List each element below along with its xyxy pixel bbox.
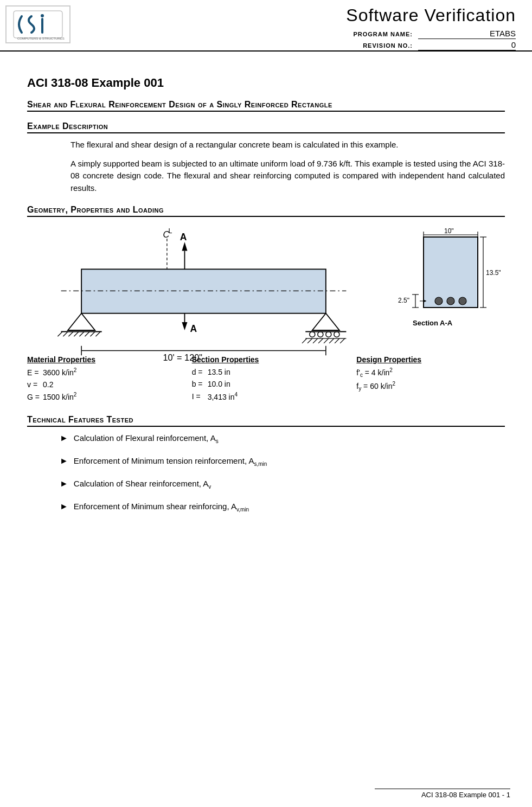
- footer-text: ACI 318-08 Example 001 - 1: [421, 791, 510, 799]
- beam-svg: C L A: [27, 225, 380, 368]
- program-name-value: ETABS: [418, 29, 516, 39]
- svg-point-59: [435, 297, 443, 305]
- bullet-arrow-2: ►: [60, 478, 68, 490]
- svg-rect-0: [14, 11, 62, 38]
- mat-var-2: G =: [27, 391, 41, 403]
- diagrams-row: C L A: [27, 225, 505, 344]
- mat-prop-row-0: E = 3600 k/in2: [27, 366, 176, 379]
- svg-line-15: [63, 332, 68, 337]
- main-title: Software Verification: [70, 5, 516, 25]
- logo: COMPUTERS & STRUCTURES INC.: [5, 5, 70, 43]
- section3-heading: Geometry, Properties and Loading: [27, 205, 505, 217]
- desc2: A simply supported beam is subjected to …: [70, 158, 505, 195]
- svg-line-30: [307, 338, 312, 343]
- footer: ACI 318-08 Example 001 - 1: [375, 789, 510, 799]
- svg-point-26: [326, 332, 331, 337]
- bullet-item-2: ► Calculation of Shear reinforcement, Av: [60, 478, 505, 491]
- program-info: PROGRAM NAME: ETABS REVISION NO.: 0: [70, 29, 516, 50]
- bullet-item-1: ► Enforcement of Minimum tension reinfor…: [60, 455, 505, 468]
- svg-line-19: [85, 332, 89, 337]
- mat-prop-row-2: G = 1500 k/in2: [27, 390, 176, 403]
- sec-val-1: 10.0 in: [208, 378, 230, 390]
- svg-text:A: A: [190, 323, 197, 334]
- sec-var-1: b =: [192, 378, 206, 390]
- svg-marker-12: [68, 313, 95, 330]
- svg-line-14: [57, 332, 62, 337]
- bullet-item-0: ► Calculation of Flexural reinforcement,…: [60, 432, 505, 445]
- doc-title: ACI 318-08 Example 001: [27, 76, 505, 90]
- section1-heading: Shear and Flexural Reinforcement Design …: [27, 100, 505, 112]
- des-val-1: fy = 60 k/in2: [356, 380, 395, 393]
- svg-rect-10: [81, 269, 326, 313]
- svg-text:10": 10": [444, 227, 454, 235]
- revision-label: REVISION NO.:: [342, 42, 413, 49]
- svg-text:COMPUTERS & STRUCTURES INC.: COMPUTERS & STRUCTURES INC.: [17, 37, 65, 40]
- bullet-text-3: Enforcement of Minimum shear reinforcing…: [74, 501, 249, 514]
- sec-var-0: d =: [192, 366, 206, 378]
- revision-value: 0: [418, 40, 516, 50]
- program-name-label: PROGRAM NAME:: [342, 31, 413, 37]
- sec-prop-row-1: b = 10.0 in: [192, 378, 341, 390]
- svg-line-35: [335, 338, 339, 343]
- svg-line-29: [302, 338, 307, 343]
- section2-heading: Example Description: [27, 121, 505, 133]
- svg-text:A: A: [180, 232, 187, 242]
- svg-marker-8: [182, 242, 187, 251]
- svg-point-24: [310, 332, 315, 337]
- svg-text:10' = 120": 10' = 120": [163, 353, 202, 362]
- mat-val-2: 1500 k/in2: [43, 390, 76, 403]
- section4-heading: Technical Features Tested: [27, 415, 505, 427]
- svg-point-27: [334, 332, 339, 337]
- svg-marker-22: [312, 313, 339, 330]
- des-prop-row-1: fy = 60 k/in2: [356, 380, 505, 393]
- bullet-list: ► Calculation of Flexural reinforcement,…: [60, 432, 505, 514]
- header: COMPUTERS & STRUCTURES INC. Software Ver…: [0, 0, 532, 52]
- mat-prop-row-1: v = 0.2: [27, 379, 176, 390]
- svg-line-31: [313, 338, 318, 343]
- program-name-row: PROGRAM NAME: ETABS: [342, 29, 516, 39]
- des-val-0: f'c = 4 k/in2: [356, 366, 393, 380]
- beam-diagram: C L A: [27, 225, 380, 344]
- bullet-text-1: Enforcement of Minimum tension reinforce…: [74, 455, 267, 468]
- mat-val-0: 3600 k/in2: [43, 366, 76, 379]
- des-prop-row-0: f'c = 4 k/in2: [356, 366, 505, 380]
- svg-point-60: [447, 297, 454, 305]
- sec-var-2: I =: [192, 390, 206, 402]
- svg-point-1: [41, 14, 44, 17]
- sec-val-0: 13.5 in: [208, 366, 230, 378]
- content: ACI 318-08 Example 001 Shear and Flexura…: [0, 54, 532, 534]
- bullet-text-0: Calculation of Flexural reinforcement, A…: [74, 432, 219, 445]
- title-area: Software Verification PROGRAM NAME: ETAB…: [70, 5, 521, 50]
- svg-text:L: L: [168, 227, 172, 235]
- svg-line-17: [74, 332, 79, 337]
- svg-text:Section A-A: Section A-A: [413, 319, 453, 327]
- sec-prop-row-2: I = 3,413 in4: [192, 390, 341, 403]
- bullet-arrow-0: ►: [60, 432, 68, 444]
- bullet-arrow-3: ►: [60, 501, 68, 513]
- section-diagram: 10" 13.5" 2.5": [396, 225, 505, 344]
- svg-line-18: [79, 332, 84, 337]
- svg-text:13.5": 13.5": [486, 269, 501, 277]
- bullet-arrow-1: ►: [60, 455, 68, 467]
- mat-var-1: v =: [27, 379, 41, 390]
- mat-val-1: 0.2: [43, 379, 53, 390]
- svg-point-61: [459, 297, 466, 305]
- svg-line-34: [329, 338, 334, 343]
- revision-row: REVISION NO.: 0: [342, 40, 516, 50]
- svg-line-32: [318, 338, 323, 343]
- bullet-text-2: Calculation of Shear reinforcement, Av: [74, 478, 211, 491]
- svg-marker-38: [182, 322, 187, 330]
- bullet-item-3: ► Enforcement of Minimum shear reinforci…: [60, 501, 505, 514]
- mat-var-0: E =: [27, 367, 41, 379]
- sec-prop-row-0: d = 13.5 in: [192, 366, 341, 378]
- tech-section: Technical Features Tested ► Calculation …: [27, 415, 505, 514]
- svg-line-33: [324, 338, 329, 343]
- svg-line-21: [95, 332, 100, 337]
- svg-line-36: [340, 338, 345, 343]
- svg-text:2.5": 2.5": [398, 297, 409, 304]
- svg-line-16: [68, 332, 73, 337]
- desc1: The flexural and shear design of a recta…: [70, 139, 505, 151]
- svg-line-20: [90, 332, 95, 337]
- svg-point-25: [318, 332, 323, 337]
- sec-val-2: 3,413 in4: [208, 390, 238, 403]
